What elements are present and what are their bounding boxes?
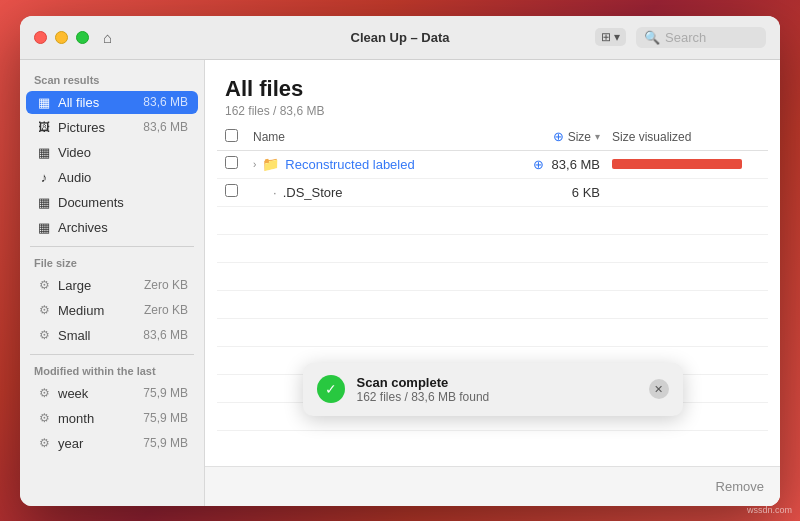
sidebar-label-video: Video (58, 145, 188, 160)
scan-results-label: Scan results (20, 70, 204, 90)
modified-label: Modified within the last (20, 361, 204, 381)
all-files-icon: ▦ (36, 95, 52, 110)
sidebar-label-week: week (58, 386, 137, 401)
content-header: All files 162 files / 83,6 MB (205, 60, 780, 124)
table-header: Name ⊕ Size ▾ Size visualized (217, 124, 768, 151)
page-title: All files (225, 76, 760, 102)
window-title: Clean Up – Data (351, 30, 450, 45)
row-2-size-text: 6 KB (572, 185, 600, 200)
notification-text: Scan complete 162 files / 83,6 MB found (357, 375, 637, 404)
sidebar-label-medium: Medium (58, 303, 138, 318)
gear-icon-large: ⚙ (36, 278, 52, 292)
gear-icon-medium: ⚙ (36, 303, 52, 317)
audio-icon: ♪ (36, 170, 52, 185)
content-wrapper: Name ⊕ Size ▾ Size visualized (205, 124, 780, 466)
sidebar-item-video[interactable]: ▦ Video (26, 141, 198, 164)
notification-subtitle: 162 files / 83,6 MB found (357, 390, 637, 404)
gear-icon-year: ⚙ (36, 436, 52, 450)
sidebar-size-small: 83,6 MB (143, 328, 188, 342)
folder-icon: 📁 (262, 156, 279, 172)
titlebar: ⌂ Clean Up – Data ⊞ ▾ 🔍 Search (20, 16, 780, 60)
sidebar-size-medium: Zero KB (144, 303, 188, 317)
sidebar-item-all-files[interactable]: ▦ All files 83,6 MB (26, 91, 198, 114)
row-1-name-text: Reconstructed labeled (285, 157, 414, 172)
sidebar-item-archives[interactable]: ▦ Archives (26, 216, 198, 239)
pictures-icon: 🖼 (36, 120, 52, 134)
empty-row (217, 235, 768, 263)
size-bar (612, 159, 742, 169)
maximize-button[interactable] (76, 31, 89, 44)
sidebar-label-pictures: Pictures (58, 120, 137, 135)
sidebar-item-documents[interactable]: ▦ Documents (26, 191, 198, 214)
sidebar-label-documents: Documents (58, 195, 188, 210)
sidebar-divider-1 (30, 246, 194, 247)
sidebar-item-large[interactable]: ⚙ Large Zero KB (26, 274, 198, 297)
page-subtitle: 162 files / 83,6 MB (225, 104, 760, 118)
search-box[interactable]: 🔍 Search (636, 27, 766, 48)
sort-circle-icon: ⊕ (553, 129, 564, 144)
row-1-size: ⊕ 83,6 MB (500, 157, 600, 172)
header-name-col: Name (253, 130, 500, 144)
content-area: All files 162 files / 83,6 MB Name ⊕ (205, 60, 780, 506)
sidebar-item-small[interactable]: ⚙ Small 83,6 MB (26, 324, 198, 347)
gear-icon-week: ⚙ (36, 386, 52, 400)
archives-icon: ▦ (36, 220, 52, 235)
row-1-visualized (600, 159, 760, 169)
sidebar-label-audio: Audio (58, 170, 188, 185)
header-visualized-col: Size visualized (600, 130, 760, 144)
sidebar-label-large: Large (58, 278, 138, 293)
sidebar-label-month: month (58, 411, 137, 426)
view-toggle-chevron: ▾ (614, 30, 620, 44)
home-icon[interactable]: ⌂ (103, 29, 112, 46)
sidebar-size-week: 75,9 MB (143, 386, 188, 400)
table-row[interactable]: · .DS_Store 6 KB (217, 179, 768, 207)
sidebar-item-month[interactable]: ⚙ month 75,9 MB (26, 407, 198, 430)
select-all-checkbox[interactable] (225, 129, 238, 142)
sidebar-item-pictures[interactable]: 🖼 Pictures 83,6 MB (26, 116, 198, 139)
row-1-checkbox[interactable] (225, 156, 238, 169)
main-content: Scan results ▦ All files 83,6 MB 🖼 Pictu… (20, 60, 780, 506)
row-2-checkbox-col (225, 184, 253, 200)
remove-button[interactable]: Remove (716, 479, 764, 494)
header-checkbox-col (225, 129, 253, 145)
sidebar-label-year: year (58, 436, 137, 451)
notification-title: Scan complete (357, 375, 637, 390)
sidebar: Scan results ▦ All files 83,6 MB 🖼 Pictu… (20, 60, 205, 506)
table-row[interactable]: › 📁 Reconstructed labeled ⊕ 83,6 MB (217, 151, 768, 179)
minimize-button[interactable] (55, 31, 68, 44)
sidebar-item-audio[interactable]: ♪ Audio (26, 166, 198, 189)
empty-row (217, 291, 768, 319)
sidebar-divider-2 (30, 354, 194, 355)
header-size-col: ⊕ Size ▾ (500, 129, 600, 144)
row-1-name: › 📁 Reconstructed labeled (253, 156, 500, 172)
traffic-lights (34, 31, 89, 44)
view-toggle[interactable]: ⊞ ▾ (595, 28, 626, 46)
empty-row (217, 263, 768, 291)
notification-banner: ✓ Scan complete 162 files / 83,6 MB foun… (303, 363, 683, 416)
icloud-icon: ⊕ (533, 157, 544, 172)
sidebar-label-all-files: All files (58, 95, 137, 110)
notification-close-button[interactable]: ✕ (649, 379, 669, 399)
row-2-size: 6 KB (500, 185, 600, 200)
header-visualized-label: Size visualized (612, 130, 691, 144)
sidebar-item-week[interactable]: ⚙ week 75,9 MB (26, 382, 198, 405)
row-1-chevron[interactable]: › (253, 159, 256, 170)
row-2-checkbox[interactable] (225, 184, 238, 197)
documents-icon: ▦ (36, 195, 52, 210)
gear-icon-small: ⚙ (36, 328, 52, 342)
view-toggle-icon: ⊞ (601, 30, 611, 44)
sidebar-item-medium[interactable]: ⚙ Medium Zero KB (26, 299, 198, 322)
sidebar-size-all-files: 83,6 MB (143, 95, 188, 109)
row-1-size-text: 83,6 MB (552, 157, 600, 172)
file-icon: · (273, 185, 277, 200)
scan-complete-icon: ✓ (317, 375, 345, 403)
search-icon: 🔍 (644, 30, 660, 45)
row-2-name: · .DS_Store (253, 185, 500, 200)
sidebar-item-year[interactable]: ⚙ year 75,9 MB (26, 432, 198, 455)
sidebar-size-pictures: 83,6 MB (143, 120, 188, 134)
video-icon: ▦ (36, 145, 52, 160)
close-button[interactable] (34, 31, 47, 44)
row-2-name-text: .DS_Store (283, 185, 343, 200)
header-size-label: Size (568, 130, 591, 144)
titlebar-right: ⊞ ▾ 🔍 Search (595, 27, 766, 48)
